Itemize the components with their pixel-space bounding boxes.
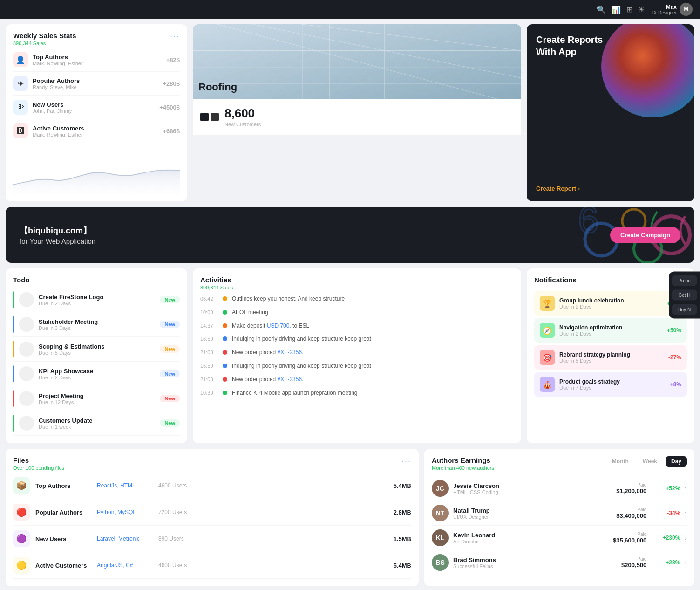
notification-list-item: 🎪 Product goals strategy Due in 7 Days +…: [534, 372, 687, 397]
activities-title: Activities: [200, 276, 233, 284]
user-role: UX Designer: [650, 10, 677, 15]
todo-item-name: Project Meeting: [39, 392, 155, 399]
roofing-image: Roofing: [193, 24, 521, 99]
notif-change: -27%: [668, 354, 681, 361]
author-list-item: NT Natali Trump UI/UX Designer Paid $3,4…: [432, 501, 687, 526]
customers-label: New Customers: [224, 122, 261, 127]
author-avatar: JC: [432, 480, 449, 497]
earnings-tabs: MonthWeekDay: [606, 456, 687, 467]
todo-card: Todo ··· Create FireStone Logo Due in 2 …: [6, 268, 187, 443]
author-info: Jessie Clarcson HTML, CSS Coding: [453, 482, 612, 495]
notif-info: Product goals strategy Due in 7 Days: [559, 378, 666, 391]
todo-bar: [13, 316, 14, 333]
apps-icon[interactable]: ⊞: [626, 5, 632, 14]
top-navigation: 🔍 📊 ⊞ ☀ Max UX Designer M: [0, 0, 700, 19]
author-paid-label: Paid: [616, 507, 646, 512]
todo-dot: [19, 292, 34, 307]
todo-bar: [13, 415, 14, 432]
file-icon: 🟣: [13, 530, 30, 547]
activity-text: New order placed #XF-2356.: [232, 349, 303, 357]
activities-menu-dots[interactable]: ···: [504, 276, 514, 286]
author-info: Brad Simmons Successful Fellas: [453, 556, 617, 569]
earnings-tab-day[interactable]: Day: [666, 456, 687, 467]
roofing-title: Roofing: [198, 81, 237, 93]
stat-value: +82$: [166, 56, 180, 63]
todo-items: Create FireStone Logo Due in 2 Days New …: [13, 288, 180, 436]
notif-icon: 🎪: [540, 377, 555, 392]
weekly-sales-card: Weekly Sales Stats 890,344 Sales ··· 👤 T…: [6, 24, 187, 201]
author-items: JC Jessie Clarcson HTML, CSS Coding Paid…: [432, 476, 687, 575]
file-size: 5.4MB: [394, 482, 411, 489]
todo-list-item: Stakeholder Meeting Due in 3 Days New: [13, 312, 180, 337]
todo-badge: New: [160, 419, 180, 427]
row-4: Files Over 100 pending files ··· 📦 Top A…: [6, 449, 694, 586]
author-arrow-icon[interactable]: ›: [685, 559, 687, 566]
author-list-item: KL Kevin Leonard Art Director Paid $35,6…: [432, 526, 687, 550]
activity-link[interactable]: #XF-2356.: [277, 376, 303, 383]
user-avatar[interactable]: M: [680, 3, 693, 16]
activity-link[interactable]: #XF-2356.: [277, 349, 303, 356]
search-icon[interactable]: 🔍: [597, 5, 606, 14]
author-avatar: KL: [432, 529, 449, 546]
campaign-text: 【biqubiqu.com】 for Your Web Application: [20, 225, 95, 245]
user-profile[interactable]: Max UX Designer M: [650, 3, 693, 16]
notif-icon: 🎯: [540, 350, 555, 365]
theme-icon[interactable]: ☀: [638, 5, 645, 14]
notif-due: Due in 2 Days: [559, 304, 662, 309]
author-change: +52%: [657, 485, 680, 492]
author-arrow-icon[interactable]: ›: [685, 485, 687, 492]
sales-stat-item: 👤 Top Authors Mark, Rowling, Esther +82$: [13, 48, 180, 72]
todo-menu-dots[interactable]: ···: [170, 276, 180, 286]
todo-bar: [13, 390, 14, 407]
todo-badge: New: [160, 370, 180, 377]
file-users: 4600 Users: [158, 482, 196, 489]
create-campaign-button[interactable]: Create Campaign: [610, 227, 680, 243]
author-list-item: BS Brad Simmons Successful Fellas Paid $…: [432, 550, 687, 575]
stat-icon: 🅱: [13, 123, 28, 138]
files-menu-dots[interactable]: ···: [401, 456, 411, 466]
author-arrow-icon[interactable]: ›: [685, 534, 687, 542]
todo-dot: [19, 391, 34, 406]
sidebar-buy-n[interactable]: Buy N: [672, 304, 697, 315]
todo-item-due: Due in 3 Days: [39, 325, 155, 331]
todo-item-name: Customers Update: [39, 417, 155, 424]
todo-list-item: Project Meeting Due in 12 Days New: [13, 386, 180, 411]
create-report-link[interactable]: Create Report ›: [536, 185, 685, 192]
svg-text:6: 6: [578, 207, 599, 240]
notif-icon: 🧭: [540, 323, 555, 338]
sales-menu-dots[interactable]: ···: [170, 32, 180, 41]
activity-time: 08:42: [200, 296, 218, 302]
author-role: UI/UX Designer: [453, 514, 612, 520]
sales-chart: [13, 152, 180, 194]
activity-time: 10:30: [200, 390, 218, 396]
author-paid-label: Paid: [613, 532, 646, 537]
roofing-card: Roofing 8,600 New Customers: [193, 24, 521, 201]
author-role: Art Director: [453, 539, 608, 544]
author-paid-label: Paid: [621, 556, 646, 562]
todo-item-due: Due in 1 week: [39, 424, 155, 430]
author-info: Kevin Leonard Art Director: [453, 532, 608, 544]
activity-time: 14:37: [200, 323, 218, 329]
todo-dot: [19, 366, 34, 381]
main-content: Weekly Sales Stats 890,344 Sales ··· 👤 T…: [0, 19, 700, 590]
activity-dot: [223, 336, 227, 341]
sidebar-get-h[interactable]: Get H: [672, 290, 697, 301]
file-tech: Python, MySQL: [97, 509, 153, 515]
sidebar-prebu[interactable]: Prebu: [672, 275, 697, 286]
reports-title: Create ReportsWith App: [536, 34, 685, 58]
activity-list-item: 21:03 New order placed #XF-2356.: [200, 346, 514, 359]
author-paid-block: Paid $35,600,000: [613, 532, 646, 544]
activity-list-item: 08:42 Outlines keep you honest. And keep…: [200, 292, 514, 306]
author-arrow-icon[interactable]: ›: [685, 509, 687, 517]
stat-icon: 👁: [13, 100, 28, 115]
todo-bar: [13, 341, 14, 357]
stat-name: Top Authors: [33, 54, 162, 61]
notif-due: Due in 5 Days: [559, 358, 664, 364]
notif-icon: 🏆: [540, 296, 555, 311]
earnings-tab-week[interactable]: Week: [637, 456, 663, 467]
activity-text: Outlines keep you honest. And keep struc…: [232, 295, 345, 303]
activity-link[interactable]: USD 700.: [267, 322, 291, 329]
file-name: Top Authors: [35, 482, 91, 489]
earnings-tab-month[interactable]: Month: [606, 456, 634, 467]
bar-chart-icon[interactable]: 📊: [612, 5, 621, 14]
